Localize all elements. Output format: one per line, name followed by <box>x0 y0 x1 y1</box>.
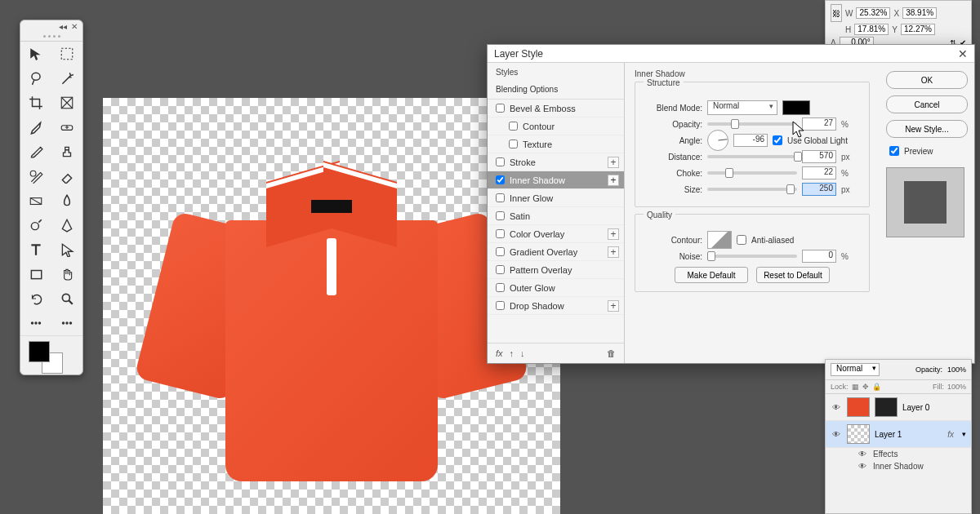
style-checkbox[interactable] <box>496 283 505 292</box>
style-pattern-overlay[interactable]: Pattern Overlay <box>488 261 624 279</box>
lock-all-icon[interactable]: 🔒 <box>872 383 881 391</box>
reset-default-button[interactable]: Reset to Default <box>756 267 830 283</box>
style-checkbox[interactable] <box>496 104 505 113</box>
add-effect-icon[interactable]: + <box>608 300 619 312</box>
zoom-tool[interactable] <box>51 286 82 311</box>
style-checkbox[interactable] <box>509 140 518 148</box>
width-field[interactable]: 25.32% <box>856 7 890 19</box>
fx-menu-icon[interactable]: fx <box>496 348 503 358</box>
cancel-button[interactable]: Cancel <box>886 95 968 113</box>
style-checkbox[interactable] <box>496 157 505 166</box>
blend-mode-dropdown[interactable]: Normal <box>831 363 880 376</box>
visibility-icon[interactable]: 👁 <box>857 462 868 471</box>
more-tools[interactable] <box>51 311 82 335</box>
magic-wand-tool[interactable] <box>51 66 82 91</box>
choke-slider[interactable] <box>707 171 797 175</box>
style-color-overlay[interactable]: Color Overlay+ <box>488 225 624 243</box>
visibility-icon[interactable]: 👁 <box>857 450 868 459</box>
angle-field[interactable]: -96 <box>733 134 768 147</box>
distance-field[interactable]: 570 <box>802 150 836 163</box>
visibility-icon[interactable]: 👁 <box>831 403 842 412</box>
style-bevel-emboss[interactable]: Bevel & Emboss <box>488 100 624 117</box>
style-stroke[interactable]: Stroke+ <box>488 153 624 171</box>
effect-inner-shadow[interactable]: 👁 Inner Shadow <box>826 460 971 472</box>
rotate-tool[interactable] <box>20 286 51 311</box>
blend-mode-select[interactable]: Normal <box>707 100 777 115</box>
close-button[interactable]: ✕ <box>958 47 968 60</box>
hand-tool[interactable] <box>51 262 82 286</box>
new-style-button[interactable]: New Style... <box>886 120 968 138</box>
style-checkbox[interactable] <box>496 211 505 220</box>
size-slider[interactable] <box>707 188 797 191</box>
size-field[interactable]: 250 <box>802 183 836 196</box>
link-wh-icon[interactable]: ⛓ <box>831 4 842 22</box>
lasso-tool[interactable] <box>20 66 51 91</box>
effects-row[interactable]: 👁 Effects <box>826 448 971 460</box>
style-inner-glow[interactable]: Inner Glow <box>488 189 624 207</box>
blur-tool[interactable] <box>51 188 82 213</box>
close-icon[interactable]: ✕ <box>69 22 79 32</box>
distance-slider[interactable] <box>707 155 797 158</box>
collapse-icon[interactable]: ◂◂ <box>57 22 69 32</box>
move-down-icon[interactable]: ↓ <box>520 348 525 358</box>
style-checkbox[interactable] <box>496 229 505 238</box>
style-checkbox[interactable] <box>496 247 505 256</box>
anti-aliased-checkbox[interactable] <box>737 235 746 245</box>
contour-picker[interactable] <box>707 231 732 249</box>
preview-checkbox[interactable] <box>889 146 899 156</box>
add-effect-icon[interactable]: + <box>608 228 619 240</box>
style-outer-glow[interactable]: Outer Glow <box>488 279 624 297</box>
eyedropper-tool[interactable] <box>20 115 51 140</box>
gradient-tool[interactable] <box>20 188 51 213</box>
y-field[interactable]: 12.27% <box>901 24 935 35</box>
style-inner-shadow[interactable]: Inner Shadow+ <box>488 171 624 189</box>
add-effect-icon[interactable]: + <box>608 175 619 186</box>
eraser-tool[interactable] <box>51 164 82 188</box>
shadow-color-chip[interactable] <box>782 100 810 115</box>
add-effect-icon[interactable]: + <box>608 157 619 168</box>
lock-position-icon[interactable]: ✥ <box>862 383 869 391</box>
noise-field[interactable]: 0 <box>802 250 836 263</box>
marquee-tool[interactable] <box>51 42 82 66</box>
choke-field[interactable]: 22 <box>802 166 836 179</box>
visibility-icon[interactable]: 👁 <box>831 430 842 439</box>
style-satin[interactable]: Satin <box>488 207 624 225</box>
move-up-icon[interactable]: ↑ <box>510 348 514 358</box>
type-tool[interactable] <box>20 237 51 262</box>
brush-tool[interactable] <box>20 140 51 164</box>
style-gradient-overlay[interactable]: Gradient Overlay+ <box>488 243 624 261</box>
styles-header[interactable]: Styles <box>488 63 624 82</box>
make-default-button[interactable]: Make Default <box>675 267 748 283</box>
history-brush-tool[interactable] <box>20 164 51 188</box>
ok-button[interactable]: OK <box>886 71 968 89</box>
opacity-slider[interactable] <box>707 122 797 126</box>
fill-value[interactable]: 100% <box>947 383 966 391</box>
dodge-tool[interactable] <box>20 213 51 237</box>
pen-tool[interactable] <box>51 213 82 237</box>
style-checkbox[interactable] <box>496 265 505 274</box>
blending-options[interactable]: Blending Options <box>488 82 624 100</box>
style-checkbox[interactable] <box>496 193 505 202</box>
opacity-field[interactable]: 27 <box>802 117 836 131</box>
style-checkbox[interactable] <box>509 122 518 131</box>
lock-pixels-icon[interactable]: ▦ <box>852 383 859 391</box>
edit-toolbar-tool[interactable] <box>20 311 51 335</box>
layer-row-1[interactable]: 👁 Layer 1 fx ▾ <box>826 421 971 448</box>
layer-opacity-value[interactable]: 100% <box>947 366 966 374</box>
angle-dial[interactable] <box>707 130 728 151</box>
style-checkbox[interactable] <box>496 301 505 310</box>
use-global-light-checkbox[interactable] <box>773 135 782 145</box>
color-swatches[interactable] <box>20 335 82 374</box>
crop-tool[interactable] <box>20 91 51 115</box>
layer-name[interactable]: Layer 0 <box>902 403 929 412</box>
trash-icon[interactable]: 🗑 <box>607 348 616 358</box>
clone-stamp-tool[interactable] <box>51 140 82 164</box>
path-selection-tool[interactable] <box>51 237 82 262</box>
rectangle-tool[interactable] <box>20 262 51 286</box>
style-contour[interactable]: Contour <box>488 117 624 135</box>
healing-brush-tool[interactable] <box>51 115 82 140</box>
style-drop-shadow[interactable]: Drop Shadow+ <box>488 297 624 315</box>
chevron-down-icon[interactable]: ▾ <box>959 430 966 438</box>
fx-badge[interactable]: fx <box>947 430 954 439</box>
layer-name[interactable]: Layer 1 <box>875 430 902 439</box>
